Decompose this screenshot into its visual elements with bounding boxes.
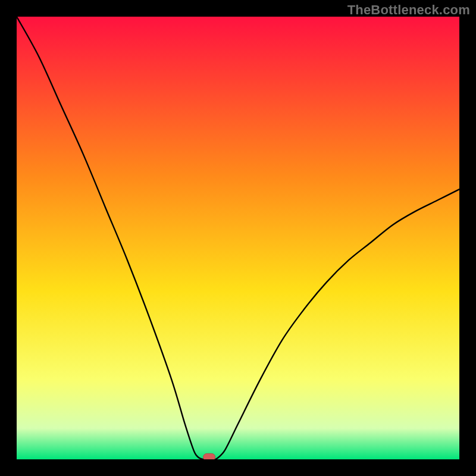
optimal-point-marker [203, 453, 215, 459]
chart-svg [17, 17, 459, 459]
chart-frame: TheBottleneck.com [0, 0, 476, 476]
plot-area [17, 17, 459, 459]
watermark-text: TheBottleneck.com [347, 2, 470, 18]
gradient-background [17, 17, 459, 459]
